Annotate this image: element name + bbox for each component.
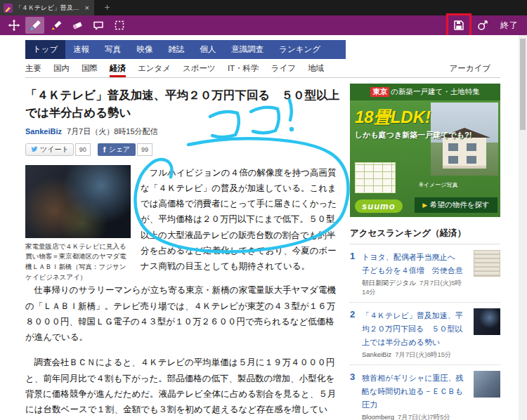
comment-icon [92,19,105,32]
ad-subline: しかも庭つき新築一戸建てでも?! [355,130,478,140]
cat-sports[interactable]: スポーツ [183,59,216,77]
cat-entertainment[interactable]: エンタメ [138,59,171,77]
ad-banner[interactable]: 東京 の新築一戸建て・土地特集 18畳LDK! しかも庭つき新築一戸建てでも?!… [350,84,500,217]
ranking-item: 1 トヨタ、配偶者手当廃止へ 子ども分を４倍増 労使合意 朝日新聞デジタル7月7… [350,244,500,303]
sidebar: 東京 の新築一戸建て・土地特集 18畳LDK! しかも庭つき新築一戸建てでも?!… [350,84,500,420]
ranking-thumbnail[interactable] [474,250,500,277]
cat-economy[interactable]: 経済 [110,59,126,77]
nav-video[interactable]: 映像 [129,40,160,59]
rank-number: 2 [350,308,362,360]
ranking-item: 2 「４Ｋテレビ」普及加速、平均２０万円下回る ５０型以上では半分占める勢い S… [350,303,500,365]
photo-caption: 家電量販店で４Ｋテレビに見入る買い物客＝東京都港区のヤマダ電機ＬＡＢＩ新橋（写真… [25,242,131,283]
edge-webnote-window: 「４Ｋテレビ」普及加速、平... × ＋ 終了 [0,0,527,420]
twitter-bird-icon [30,145,38,153]
nav-flash[interactable]: 速報 [65,40,97,59]
share-button[interactable] [474,17,492,34]
scrollbar-thumb[interactable] [520,39,526,130]
archive-link[interactable]: アーカイブ [449,59,490,77]
pan-icon [8,19,20,32]
ranking-item: 3 独首相がギリシャに重圧、残酷な時間切れ迫る－ＥＣＢも圧力 Bloomberg… [350,365,500,420]
nav-magazine[interactable]: 雑誌 [160,40,192,59]
site-primary-nav: トップ 速報 写真 映像 雑誌 個人 意識調査 ランキング [25,40,346,59]
nav-personal[interactable]: 個人 [192,40,223,59]
facebook-share-button[interactable]: f シェア [98,143,136,156]
cat-domestic[interactable]: 国内 [53,59,70,77]
eraser-icon [71,19,84,32]
ranking-meta: SankeiBiz7月7日(火)8時15分 [362,350,469,360]
ad-topline: 東京 の新築一戸建て・土地特集 [350,84,500,100]
pen-tool-button[interactable] [25,17,44,34]
article-paragraph: フルハイビジョンの４倍の解像度を持つ高画質な「４Ｋテレビ」の普及が加速している。… [131,165,343,283]
cat-main[interactable]: 主要 [25,59,41,77]
pen-icon [29,19,41,32]
tweet-count[interactable]: 90 [75,143,91,156]
ad-floorplan [355,162,396,193]
ad-cta-button[interactable]: ▶ 希望の物件を探す [415,197,497,213]
nav-ranking[interactable]: ランキング [271,40,328,59]
save-icon [453,19,465,32]
ranking-source: Bloomberg [362,413,394,420]
web-page: トップ 速報 写真 映像 雑誌 個人 意識調査 ランキング 主要 国内 国際 経… [0,35,527,420]
cat-it-science[interactable]: IT・科学 [228,59,259,77]
share-icon [476,19,489,32]
browser-tab[interactable]: 「４Ｋテレビ」普及加速、平... × [0,0,94,15]
rank-number: 3 [350,371,362,420]
eraser-tool-button[interactable] [67,17,86,34]
ad-topline-text: の新築一戸建て・土地特集 [391,87,480,97]
tab-close-button[interactable]: × [84,4,91,12]
save-button[interactable] [450,17,468,34]
cat-world[interactable]: 国際 [82,59,98,77]
ranking-link[interactable]: 独首相がギリシャに重圧、残酷な時間切れ迫る－ＥＣＢも圧力 [362,374,464,409]
highlighter-tool-button[interactable] [46,17,65,34]
social-share-row: ツイート 90 f シェア 99 [25,143,343,156]
ranking-source: SankeiBiz [362,350,391,358]
ad-photo-note: ※イメージ写真 [419,181,457,189]
note-tool-button[interactable] [89,17,108,34]
scrollbar[interactable] [519,35,527,420]
article-paragraph: 調査会社ＢＣＮによると、４Ｋテレビの平均単価は５月に１９万４０００円と、前年同月… [25,355,343,420]
ranking-heading: アクセスランキング（経済） [350,224,500,244]
ranking-thumbnail[interactable] [474,308,500,335]
browser-titlebar: 「４Ｋテレビ」普及加速、平... × ＋ [0,0,527,15]
ranking-link[interactable]: トヨタ、配偶者手当廃止へ 子ども分を４倍増 労使合意 [362,253,463,275]
tweet-label: ツイート [40,145,69,155]
byline: SankeiBiz7月7日（火）8時15分配信 [25,126,343,137]
tweet-button[interactable]: ツイート [25,143,74,156]
article-paragraph: 仕事帰りのサラリーマンらが立ち寄る東京・新橋の家電量販大手ヤマダ電機の「ＬＡＢＩ… [25,282,343,345]
cat-life[interactable]: ライフ [271,59,296,77]
highlighter-icon [50,19,63,32]
source-link[interactable]: SankeiBiz [25,127,62,136]
ranking-date: 7月7日(火)8時15分 [395,350,451,358]
publish-timestamp: 7月7日（火）8時15分配信 [67,127,158,136]
nav-top[interactable]: トップ [25,40,65,59]
webnote-favicon-icon [4,4,13,13]
pan-tool-button[interactable] [4,17,23,34]
clip-icon [113,19,126,32]
nav-poll[interactable]: 意識調査 [223,40,271,59]
ad-house-body [443,138,486,169]
rank-number: 1 [350,250,362,297]
exit-webnote-button[interactable]: 終了 [500,20,519,32]
play-arrow-icon: ▶ [422,202,427,209]
webnote-toolbar: 終了 [0,15,527,35]
facebook-share-label: シェア [108,145,130,155]
suumo-logo: suumo [355,199,403,213]
ranking-meta: Bloomberg7月7日(火)7時5分 [362,413,469,420]
tab-title: 「４Ｋテレビ」普及加速、平... [15,4,81,13]
cat-region[interactable]: 地域 [308,59,324,77]
site-category-nav: 主要 国内 国際 経済 エンタメ スポーツ IT・科学 ライフ 地域 アーカイブ [25,59,500,78]
ad-location-badge: 東京 [370,87,389,97]
clip-tool-button[interactable] [110,17,129,34]
ranking-link[interactable]: 「４Ｋテレビ」普及加速、平均２０万円下回る ５０型以上では半分占める勢い [362,311,463,346]
ranking-date: 7月7日(火)7時5分 [398,413,450,420]
facebook-share-count[interactable]: 99 [137,143,152,156]
article-body: 家電量販店で４Ｋテレビに見入る買い物客＝東京都港区のヤマダ電機ＬＡＢＩ新橋（写真… [25,165,343,420]
nav-photo[interactable]: 写真 [97,40,129,59]
ranking-source: 朝日新聞デジタル [362,279,416,287]
new-tab-button[interactable]: ＋ [94,0,120,15]
article-column: 「４Ｋテレビ」普及加速、平均２０万円下回る ５０型以上では半分占める勢い San… [25,84,343,420]
article-photo [25,165,131,238]
ad-cta-label: 希望の物件を探す [430,200,490,210]
ranking-thumbnail[interactable] [474,371,500,398]
ad-headline: 18畳LDK! [355,106,431,129]
